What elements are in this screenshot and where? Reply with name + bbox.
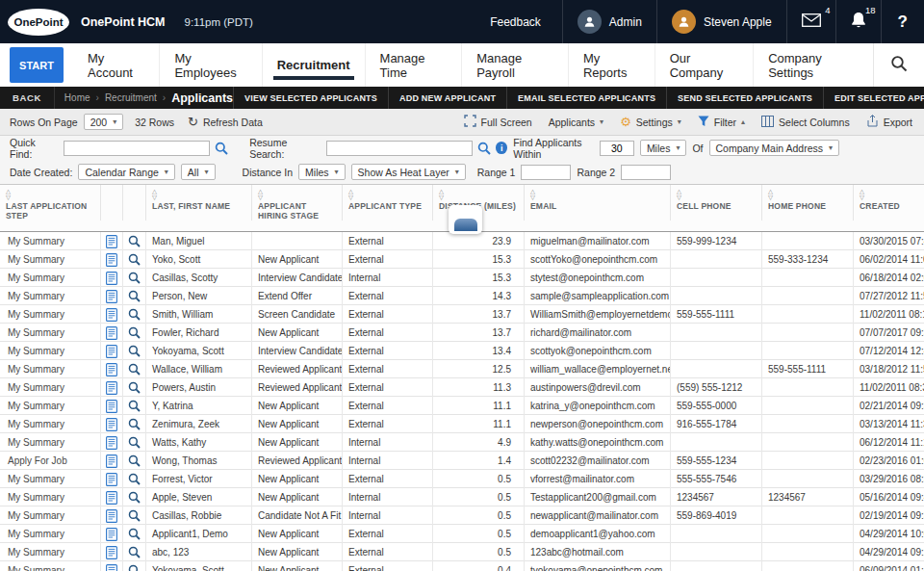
sort-arrows-icon[interactable]: △▽ (6, 189, 14, 199)
row-summary-link[interactable]: My Summary (8, 254, 64, 265)
column-header-applicant-hiring-stage[interactable]: △▽APPLICANT HIRING STAGE (252, 185, 343, 221)
action-button-add-new-applicant[interactable]: ADD NEW APPLICANT (388, 87, 506, 109)
resume-icon[interactable] (106, 454, 117, 468)
column-header-cell-phone[interactable]: △▽CELL PHONE (671, 185, 762, 221)
full-screen-button[interactable]: Full Screen (464, 115, 532, 129)
row-summary-link[interactable]: My Summary (8, 474, 64, 484)
column-header-last-first-name[interactable]: △▽LAST, FIRST NAME (146, 185, 252, 221)
action-button-send-selected-applicants[interactable]: SEND SELECTED APPLICANTS (666, 87, 823, 109)
resume-search-icon[interactable] (477, 142, 491, 155)
sort-arrows-icon[interactable]: △▽ (348, 189, 357, 199)
resume-icon[interactable] (106, 418, 117, 431)
nav-search-button[interactable] (873, 43, 924, 87)
admin-menu[interactable]: Admin (563, 0, 656, 43)
messages-button[interactable]: 4 (787, 0, 835, 43)
radius-unit-select[interactable]: Miles ▾ (640, 140, 687, 156)
start-button[interactable]: START (10, 47, 64, 83)
breadcrumb-item-applicants[interactable]: Applicants (171, 91, 233, 105)
all-filter-select[interactable]: All ▾ (181, 164, 216, 180)
action-button-view-selected-applicants[interactable]: VIEW SELECTED APPLICANTS (233, 87, 388, 109)
action-button-email-selected-applicants[interactable]: EMAIL SELECTED APPLICANTS (506, 87, 666, 109)
resume-icon[interactable] (106, 436, 117, 450)
resume-icon[interactable] (106, 290, 117, 303)
feedback-link[interactable]: Feedback (469, 15, 562, 29)
row-summary-link[interactable]: My Summary (8, 419, 64, 429)
quick-find-input[interactable] (64, 141, 210, 156)
row-summary-link[interactable]: My Summary (8, 510, 64, 521)
row-summary-link[interactable]: My Summary (8, 327, 64, 338)
magnifier-icon[interactable] (128, 345, 141, 357)
magnifier-icon[interactable] (128, 546, 141, 558)
quick-find-search-icon[interactable] (215, 142, 228, 155)
row-summary-link[interactable]: My Summary (8, 401, 64, 411)
filter-button[interactable]: Filter ▴ (698, 116, 745, 129)
resume-icon[interactable] (106, 235, 117, 248)
date-range-select[interactable]: Calendar Range ▾ (78, 164, 174, 180)
resume-search-input[interactable] (326, 141, 473, 156)
magnifier-icon[interactable] (128, 400, 141, 412)
sort-arrows-icon[interactable]: △▽ (152, 189, 161, 199)
resume-icon[interactable] (106, 253, 117, 267)
column-header-created[interactable]: △▽CREATED (854, 185, 924, 221)
row-summary-link[interactable]: My Summary (8, 565, 64, 571)
resume-icon[interactable] (106, 546, 117, 559)
magnifier-icon[interactable] (128, 418, 141, 430)
heat-layer-select[interactable]: Show As Heat Layer ▾ (351, 164, 466, 180)
nav-item-recruitment[interactable]: Recruitment (262, 43, 365, 87)
resume-icon[interactable] (106, 473, 117, 486)
column-header-email[interactable]: △▽EMAIL (525, 185, 671, 221)
refresh-data-button[interactable]: ↻ Refresh Data (188, 116, 263, 128)
nav-item-manage-time[interactable]: Manage Time (365, 43, 462, 87)
resume-icon[interactable] (106, 400, 117, 413)
info-icon[interactable]: i (496, 142, 507, 154)
magnifier-icon[interactable] (128, 326, 141, 339)
sort-arrows-icon[interactable]: △▽ (677, 189, 685, 199)
row-summary-link[interactable]: My Summary (8, 236, 64, 247)
magnifier-icon[interactable] (128, 308, 141, 321)
row-summary-link[interactable]: My Summary (8, 273, 64, 283)
sort-arrows-icon[interactable]: △▽ (530, 189, 539, 199)
resume-icon[interactable] (106, 363, 117, 376)
resume-icon[interactable] (106, 528, 117, 541)
resume-icon[interactable] (106, 491, 117, 505)
magnifier-icon[interactable] (128, 436, 141, 449)
magnifier-icon[interactable] (128, 491, 141, 504)
nav-item-my-reports[interactable]: My Reports (568, 43, 654, 87)
resume-icon[interactable] (106, 509, 117, 523)
rows-per-page-select[interactable]: 200 ▾ (84, 114, 124, 130)
address-select[interactable]: Company Main Address ▾ (709, 140, 840, 156)
magnifier-icon[interactable] (128, 272, 141, 284)
range1-input[interactable] (521, 165, 571, 180)
nav-item-our-company[interactable]: Our Company (654, 43, 753, 87)
row-summary-link[interactable]: My Summary (8, 492, 64, 503)
settings-button[interactable]: ⚙ Settings ▾ (620, 116, 681, 128)
onepoint-logo[interactable]: OnePoint (8, 9, 69, 36)
sort-arrows-icon[interactable]: △▽ (860, 189, 868, 199)
magnifier-icon[interactable] (128, 290, 141, 302)
nav-item-my-employees[interactable]: My Employees (159, 43, 261, 87)
sort-arrows-icon[interactable]: △▽ (768, 189, 777, 199)
view-selector[interactable]: Applicants ▾ (549, 117, 603, 128)
nav-item-manage-payroll[interactable]: Manage Payroll (461, 43, 568, 87)
resume-icon[interactable] (106, 345, 117, 358)
sort-arrows-icon[interactable]: △▽ (258, 189, 267, 199)
resume-icon[interactable] (106, 381, 117, 395)
magnifier-icon[interactable] (128, 363, 141, 376)
distance-unit-select[interactable]: Miles ▾ (298, 164, 346, 180)
column-header-last-application-step[interactable]: △▽LAST APPLICATION STEP (0, 185, 101, 221)
breadcrumb-item-recruitment[interactable]: Recruitment (105, 92, 157, 103)
magnifier-icon[interactable] (128, 235, 141, 247)
radius-input[interactable] (600, 141, 634, 156)
magnifier-icon[interactable] (128, 528, 141, 540)
breadcrumb-item-home[interactable]: Home (64, 92, 90, 103)
row-summary-link[interactable]: My Summary (8, 346, 64, 356)
resume-icon[interactable] (106, 308, 117, 322)
range2-input[interactable] (621, 165, 671, 180)
back-button[interactable]: BACK (0, 87, 55, 109)
resume-icon[interactable] (106, 326, 117, 340)
nav-item-company-settings[interactable]: Company Settings (753, 43, 873, 87)
row-summary-link[interactable]: My Summary (8, 382, 64, 393)
nav-item-my-account[interactable]: My Account (73, 43, 159, 87)
export-button[interactable]: Export (866, 115, 912, 129)
row-summary-link[interactable]: My Summary (8, 309, 64, 320)
